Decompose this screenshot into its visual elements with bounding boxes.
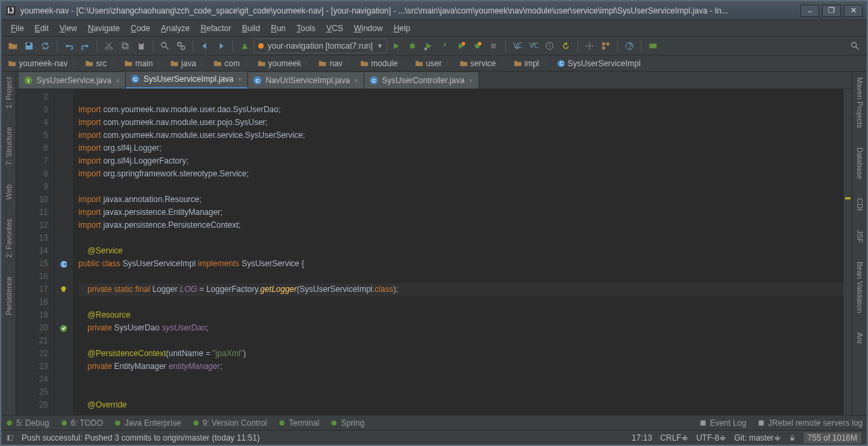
svg-point-10 (410, 43, 415, 48)
toolwindow-beanvalidation[interactable]: Bean Validation (854, 259, 865, 316)
build-icon[interactable] (237, 39, 252, 53)
toolwindow-structure[interactable]: 7: Structure (3, 124, 14, 168)
jrebel-run-icon[interactable] (454, 39, 468, 53)
breadcrumb-youmeek-nav[interactable]: youmeek-nav〉 (5, 57, 81, 70)
breadcrumb-src[interactable]: src〉 (82, 57, 120, 70)
menu-file[interactable]: File (5, 22, 29, 34)
bottom-versioncontrol[interactable]: 9: Version Control (192, 418, 267, 428)
bottom-terminal[interactable]: Terminal (278, 418, 319, 428)
warn-mark[interactable] (845, 197, 850, 199)
menu-code[interactable]: Code (125, 22, 155, 34)
bottom-jrebelremoteserverslog[interactable]: JRebel remote servers log (757, 418, 863, 428)
sync-icon[interactable] (38, 39, 53, 53)
toolwindow-toggle-icon[interactable] (7, 435, 14, 441)
menu-refactor[interactable]: Refactor (195, 22, 237, 34)
cut-icon[interactable] (101, 39, 116, 53)
bottom-javaenterprise[interactable]: Java Enterprise (114, 418, 180, 428)
menu-navigate[interactable]: Navigate (82, 22, 125, 34)
menu-build[interactable]: Build (237, 22, 266, 34)
jrebel-debug-icon[interactable] (470, 39, 485, 53)
close-tab-icon[interactable]: × (116, 76, 120, 84)
lock-icon[interactable] (789, 435, 796, 441)
breadcrumb-impl[interactable]: impl〉 (511, 57, 553, 70)
menu-window[interactable]: Window (348, 22, 388, 34)
tab-navurlserviceimpl[interactable]: CNavUrlServiceImpl.java× (248, 72, 364, 89)
tab-sysuserserviceimpl[interactable]: CSysUserServiceImpl.java× (126, 72, 248, 89)
toolbar: your-navigation [tomcat7:run] ▼ VCS VCS … (1, 36, 867, 55)
menu-view[interactable]: View (54, 22, 82, 34)
menu-run[interactable]: Run (266, 22, 291, 34)
toolwindow-cdi[interactable]: CDI (854, 195, 865, 214)
stop-icon[interactable] (486, 39, 501, 53)
breadcrumb-service[interactable]: service〉 (457, 57, 510, 70)
menu-vcs[interactable]: VCS (321, 22, 349, 34)
breadcrumb-com[interactable]: com〉 (211, 57, 254, 70)
breadcrumb-module[interactable]: module〉 (358, 57, 411, 70)
close-tab-icon[interactable]: × (238, 75, 242, 83)
toolwindow-ant[interactable]: Ant (854, 330, 865, 347)
open-file-icon[interactable] (5, 39, 20, 53)
run-coverage-icon[interactable] (421, 39, 436, 53)
code-content[interactable]: import com.youmeek.nav.module.user.dao.S… (73, 89, 844, 415)
file-encoding[interactable]: UTF-8≑ (696, 433, 726, 443)
breadcrumb-youmeek[interactable]: youmeek〉 (255, 57, 315, 70)
jrebel-panel-icon[interactable] (646, 39, 660, 53)
tab-sysuserservice[interactable]: ISysUserService.java× (19, 72, 126, 89)
line-gutter[interactable]: 2345678910111213141516171819202122232425… (16, 89, 54, 415)
tab-sysusercontroller[interactable]: CSysUserController.java× (364, 72, 479, 89)
maximize-button[interactable]: ❐ (822, 5, 841, 17)
run-icon[interactable] (389, 39, 404, 53)
settings-icon[interactable] (582, 39, 597, 53)
vcs-revert-icon[interactable] (558, 39, 573, 53)
breadcrumb-nav[interactable]: nav〉 (316, 57, 356, 70)
toolwindow-jsf[interactable]: JSF (854, 227, 865, 246)
copy-icon[interactable] (118, 39, 132, 53)
bottom-todo[interactable]: 6: TODO (60, 418, 103, 428)
bottom-spring[interactable]: Spring (330, 418, 364, 428)
close-tab-icon[interactable]: × (354, 76, 358, 84)
toolwindow-database[interactable]: Database (854, 145, 865, 182)
line-separator[interactable]: CRLF≑ (660, 433, 688, 443)
toolwindow-web[interactable]: Web (3, 182, 14, 202)
bottom-eventlog[interactable]: Event Log (699, 418, 746, 428)
find-icon[interactable] (158, 39, 172, 53)
menu-analyze[interactable]: Analyze (155, 22, 195, 34)
back-icon[interactable] (197, 39, 212, 53)
git-branch[interactable]: Git: master≑ (734, 433, 781, 443)
toolwindow-favorites[interactable]: 2: Favorites (3, 216, 14, 260)
close-tab-icon[interactable]: × (468, 76, 473, 84)
run-profiler-icon[interactable] (437, 39, 452, 53)
run-config-selector[interactable]: your-navigation [tomcat7:run] ▼ (254, 39, 387, 53)
redo-icon[interactable] (78, 39, 93, 53)
gutter-icons[interactable]: C (54, 89, 73, 415)
paste-icon[interactable] (134, 39, 149, 53)
debug-icon[interactable] (405, 39, 420, 53)
menu-tools[interactable]: Tools (291, 22, 321, 34)
caret-position[interactable]: 17:13 (632, 433, 652, 443)
breadcrumb-sysuserserviceimpl[interactable]: CSysUserServiceImpl (554, 57, 644, 70)
undo-icon[interactable] (62, 39, 76, 53)
breadcrumb-user[interactable]: user〉 (412, 57, 455, 70)
toolwindow-project[interactable]: 1: Project (3, 74, 14, 111)
breadcrumb-main[interactable]: main〉 (122, 57, 166, 70)
forward-icon[interactable] (214, 39, 228, 53)
code-area[interactable]: 2345678910111213141516171819202122232425… (16, 89, 852, 415)
error-stripe[interactable] (844, 89, 852, 415)
toolwindow-mavenprojects[interactable]: Maven Projects (854, 74, 865, 131)
replace-icon[interactable] (174, 39, 189, 53)
vcs-history-icon[interactable] (542, 39, 557, 53)
minimize-button[interactable]: – (800, 5, 819, 17)
menu-edit[interactable]: Edit (29, 22, 54, 34)
menu-help[interactable]: Help (388, 22, 416, 34)
vcs-commit-icon[interactable]: VCS (526, 39, 541, 53)
toolwindow-persistence[interactable]: Persistence (3, 274, 14, 318)
help-icon[interactable]: ? (622, 39, 637, 53)
breadcrumb-java[interactable]: java〉 (168, 57, 210, 70)
search-everywhere-icon[interactable] (848, 39, 863, 53)
vcs-update-icon[interactable]: VCS (510, 39, 525, 53)
save-all-icon[interactable] (22, 39, 37, 53)
project-structure-icon[interactable] (598, 39, 613, 53)
memory-indicator[interactable]: 755 of 1016M (804, 432, 861, 443)
close-button[interactable]: ✕ (844, 5, 863, 17)
bottom-debug[interactable]: 5: Debug (5, 418, 49, 428)
